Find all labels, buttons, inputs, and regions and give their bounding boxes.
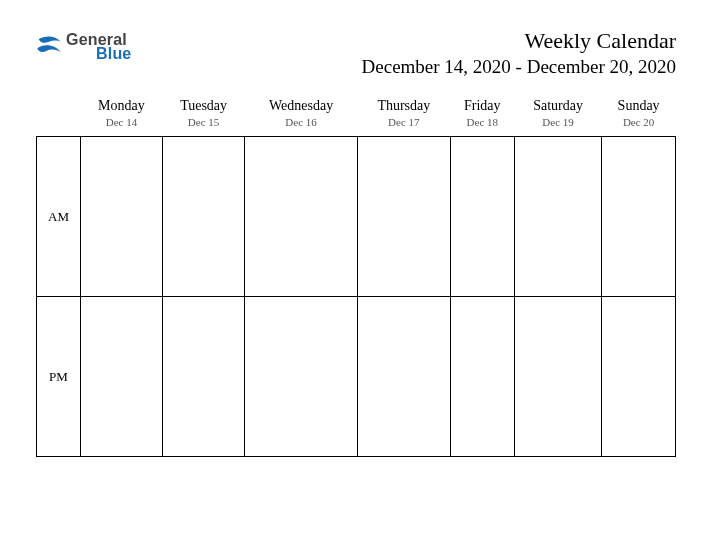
pm-row: PM [37, 297, 676, 457]
row-label-am: AM [37, 137, 81, 297]
day-name: Thursday [357, 98, 450, 114]
calendar-grid: Monday Dec 14 Tuesday Dec 15 Wednesday D… [36, 92, 676, 457]
logo: General Blue [36, 32, 131, 62]
cell-am-sunday [602, 137, 676, 297]
row-label-header-blank [37, 92, 81, 137]
cell-am-friday [450, 137, 514, 297]
row-label-pm: PM [37, 297, 81, 457]
day-header-thursday: Thursday Dec 17 [357, 92, 450, 137]
logo-text: General Blue [66, 32, 131, 62]
calendar-page: General Blue Weekly Calendar December 14… [0, 0, 712, 487]
header: General Blue Weekly Calendar December 14… [36, 28, 676, 78]
day-date: Dec 15 [162, 116, 244, 128]
day-name: Monday [81, 98, 163, 114]
day-date: Dec 14 [81, 116, 163, 128]
day-name: Wednesday [245, 98, 358, 114]
day-header-wednesday: Wednesday Dec 16 [245, 92, 358, 137]
cell-am-tuesday [162, 137, 244, 297]
logo-word-blue: Blue [96, 46, 131, 62]
day-date: Dec 20 [602, 116, 676, 128]
day-name: Saturday [514, 98, 601, 114]
day-date: Dec 19 [514, 116, 601, 128]
cell-pm-monday [81, 297, 163, 457]
day-date: Dec 18 [450, 116, 514, 128]
logo-swoosh-icon [36, 34, 62, 60]
day-header-row: Monday Dec 14 Tuesday Dec 15 Wednesday D… [37, 92, 676, 137]
cell-pm-saturday [514, 297, 601, 457]
am-row: AM [37, 137, 676, 297]
cell-pm-sunday [602, 297, 676, 457]
cell-pm-wednesday [245, 297, 358, 457]
cell-am-monday [81, 137, 163, 297]
day-name: Friday [450, 98, 514, 114]
day-header-tuesday: Tuesday Dec 15 [162, 92, 244, 137]
date-range: December 14, 2020 - December 20, 2020 [362, 56, 676, 78]
day-header-monday: Monday Dec 14 [81, 92, 163, 137]
cell-pm-tuesday [162, 297, 244, 457]
title-block: Weekly Calendar December 14, 2020 - Dece… [362, 28, 676, 78]
page-title: Weekly Calendar [362, 28, 676, 54]
day-date: Dec 17 [357, 116, 450, 128]
day-name: Sunday [602, 98, 676, 114]
cell-am-wednesday [245, 137, 358, 297]
day-header-saturday: Saturday Dec 19 [514, 92, 601, 137]
day-name: Tuesday [162, 98, 244, 114]
day-date: Dec 16 [245, 116, 358, 128]
cell-am-saturday [514, 137, 601, 297]
day-header-friday: Friday Dec 18 [450, 92, 514, 137]
day-header-sunday: Sunday Dec 20 [602, 92, 676, 137]
cell-am-thursday [357, 137, 450, 297]
cell-pm-friday [450, 297, 514, 457]
cell-pm-thursday [357, 297, 450, 457]
